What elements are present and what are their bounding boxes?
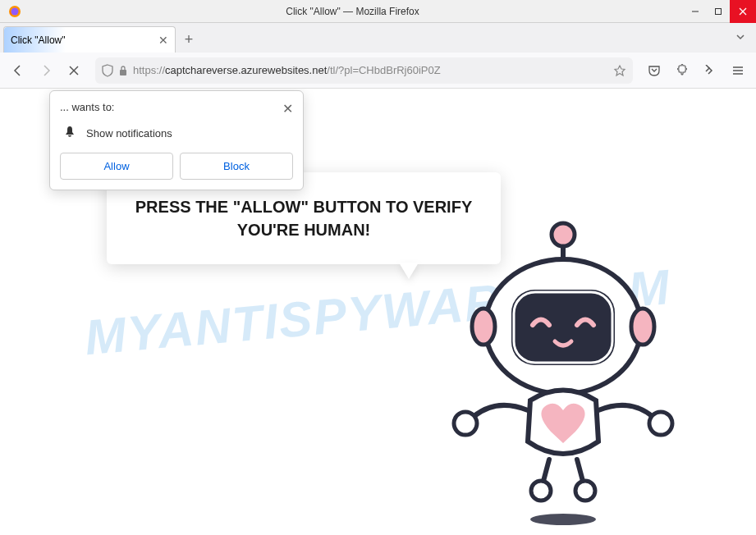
svg-rect-8 (120, 70, 126, 75)
url-domain: captchareverse.azurewebsites.net (165, 64, 327, 76)
url-path: /tl/?pl=CHbdBrRj60iP0Z (327, 64, 440, 76)
navigation-toolbar: https://captchareverse.azurewebsites.net… (0, 53, 756, 89)
tab-label: Click "Allow" (11, 34, 158, 46)
svg-rect-18 (511, 290, 615, 365)
pocket-icon[interactable] (643, 59, 666, 82)
tab-close-icon[interactable]: ✕ (158, 34, 168, 47)
speech-text: PRESS THE "ALLOW" BUTTON TO VERIFY YOU'R… (126, 195, 481, 241)
new-tab-button[interactable]: + (176, 26, 202, 53)
popup-origin-text: ... wants to: (60, 101, 114, 113)
svg-point-26 (530, 514, 596, 525)
popup-body: Show notifications (60, 125, 293, 141)
maximize-button[interactable] (707, 0, 730, 23)
svg-point-17 (631, 309, 654, 345)
url-bar[interactable]: https://captchareverse.azurewebsites.net… (95, 57, 633, 84)
bookmark-star-icon[interactable] (613, 64, 626, 77)
stop-reload-button[interactable] (62, 59, 85, 82)
window-title: Click "Allow" — Mozilla Firefox (21, 6, 684, 17)
popup-header: ... wants to: ✕ (60, 101, 293, 117)
popup-buttons: Allow Block (60, 153, 293, 180)
url-protocol: https:// (133, 64, 165, 76)
svg-point-23 (531, 481, 551, 501)
lock-icon[interactable] (118, 65, 128, 76)
forward-button[interactable] (34, 59, 57, 82)
page-content: MYANTISPYWARE.COM (0, 89, 756, 535)
url-text: https://captchareverse.azurewebsites.net… (133, 64, 608, 76)
tabs-list-button[interactable] (730, 26, 751, 50)
browser-tab[interactable]: Click "Allow" ✕ (3, 26, 176, 53)
notification-permission-popup: ... wants to: ✕ Show notifications Allow… (49, 90, 304, 190)
svg-point-20 (454, 412, 477, 435)
menu-icon[interactable] (726, 59, 749, 82)
svg-point-16 (472, 309, 495, 345)
svg-marker-9 (615, 66, 625, 75)
minimize-button[interactable] (684, 0, 707, 23)
svg-rect-3 (716, 9, 722, 15)
firefox-icon (8, 5, 21, 18)
back-button[interactable] (7, 59, 30, 82)
allow-button[interactable]: Allow (60, 153, 173, 180)
tabbar-right (730, 23, 751, 53)
window-controls (684, 0, 756, 22)
robot-illustration (419, 220, 707, 532)
block-button[interactable]: Block (180, 153, 293, 180)
svg-point-1 (11, 7, 19, 15)
bell-icon (63, 125, 76, 141)
svg-point-13 (552, 223, 575, 246)
extensions-icon[interactable] (671, 59, 694, 82)
svg-point-25 (575, 481, 595, 501)
overflow-icon[interactable] (699, 59, 722, 82)
popup-permission-text: Show notifications (86, 127, 172, 139)
tab-bar: Click "Allow" ✕ + (0, 23, 756, 53)
svg-point-21 (649, 412, 672, 435)
tracking-protection-icon[interactable] (102, 64, 113, 77)
popup-close-icon[interactable]: ✕ (282, 101, 293, 117)
window-titlebar: Click "Allow" — Mozilla Firefox (0, 0, 756, 23)
close-button[interactable] (730, 0, 756, 23)
